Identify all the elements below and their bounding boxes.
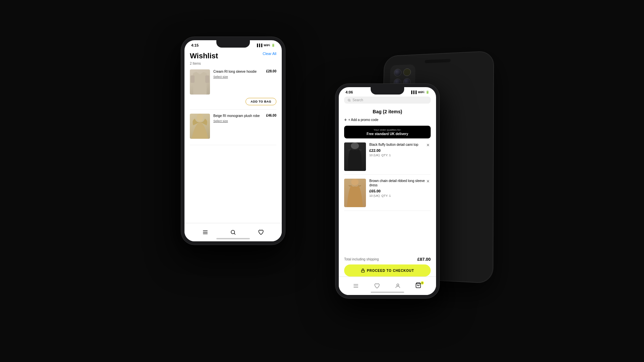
svg-rect-1	[191, 75, 195, 83]
svg-point-17	[397, 284, 399, 286]
signal-icon-bag: ▐▐▐	[410, 90, 417, 94]
bag-nav-icon[interactable]: 2	[415, 282, 423, 290]
delivery-banner: Your order qualifies for: Free standard …	[344, 126, 431, 138]
menu-icon	[202, 229, 208, 235]
wishlist-item-row-2: Beige RI monogram plush robe £46.00 Sele…	[190, 114, 276, 139]
item-price-row-1: Cream RI long sleeve hoodie £28.00	[213, 69, 276, 74]
bag-total-section: Total including shipping £87.00 PROCEED …	[344, 257, 431, 277]
wishlist-item-image-hoodie	[190, 69, 210, 95]
total-label: Total including shipping	[344, 257, 379, 261]
battery-icon-bag: 🔋	[426, 90, 429, 94]
total-amount: £87.00	[417, 257, 431, 262]
menu-nav-icon[interactable]	[202, 229, 209, 236]
clear-all-button[interactable]: Clear All	[263, 52, 276, 56]
cami-silhouette	[344, 142, 366, 171]
bag-item-1: Black fluffy button detail cami top £22.…	[344, 142, 431, 175]
add-to-bag-button-1[interactable]: ADD TO BAG	[246, 98, 276, 105]
bag-item-meta-1: 10 (UK) QTY: 1	[369, 154, 431, 157]
camera-lens-1	[394, 69, 401, 76]
delivery-text: Free standard UK delivery	[348, 132, 427, 136]
signal-icon: ▐▐▐	[256, 44, 262, 47]
svg-point-11	[351, 142, 359, 149]
svg-point-7	[231, 230, 235, 234]
total-row: Total including shipping £87.00	[344, 257, 431, 262]
bag-item-size-1: 10 (UK)	[369, 154, 380, 157]
person-icon-bag	[395, 283, 401, 289]
heart-icon-bag	[374, 283, 380, 289]
notch-bag	[371, 87, 404, 95]
phone-wishlist: 4:15 ▐▐▐ WiFi 🔋 Wishlist Clear All 2 Ite…	[181, 37, 285, 245]
remove-item-button-2[interactable]: ✕	[425, 179, 431, 184]
search-icon	[230, 229, 236, 235]
bag-item-details-2: Brown chain detail ribbed long sleeve dr…	[369, 179, 431, 207]
svg-point-9	[348, 99, 350, 101]
account-nav-icon-bag[interactable]	[394, 282, 401, 290]
item-price-row-2: Beige RI monogram plush robe £46.00	[213, 114, 276, 118]
status-icons-wishlist: ▐▐▐ WiFi 🔋	[256, 44, 275, 47]
time-wishlist: 4:15	[191, 43, 199, 47]
time-bag: 4:06	[345, 90, 353, 94]
scene: 4:15 ▐▐▐ WiFi 🔋 Wishlist Clear All 2 Ite…	[171, 30, 473, 332]
bag-item-name-1: Black fluffy button detail cami top	[369, 142, 431, 147]
wishlist-item-price-1: £28.00	[266, 69, 276, 73]
dress-silhouette	[344, 179, 366, 207]
wishlist-item-row-1: Cream RI long sleeve hoodie £28.00 Selec…	[190, 69, 276, 95]
svg-rect-13	[361, 270, 364, 273]
wishlist-select-size-1[interactable]: Select size	[213, 75, 276, 78]
camera-lens-flash	[403, 68, 411, 76]
hoodie-silhouette	[190, 69, 210, 95]
wishlist-items-count: 2 Items	[190, 62, 276, 65]
wishlist-item-2: Beige RI monogram plush robe £46.00 Sele…	[190, 114, 276, 145]
search-icon-bag	[347, 99, 351, 102]
svg-line-10	[350, 101, 351, 101]
bag-item-size-2: 10 (UK)	[369, 194, 380, 197]
svg-rect-0	[193, 76, 207, 95]
wishlist-nav-icon[interactable]	[257, 229, 265, 236]
checkout-label: PROCEED TO CHECKOUT	[367, 269, 414, 273]
wishlist-item-price-2: £46.00	[266, 114, 276, 117]
status-icons-bag: ▐▐▐ WiFi 🔋	[410, 90, 429, 94]
wishlist-item-1: Cream RI long sleeve hoodie £28.00 Selec…	[190, 69, 276, 110]
bag-header: Bag (2 items)	[344, 106, 431, 117]
wishlist-header: Wishlist Clear All	[190, 50, 276, 60]
promo-code-label: + Add a promo code	[348, 118, 378, 122]
bag-badge: 2	[421, 281, 424, 285]
search-placeholder: Search	[353, 98, 363, 102]
svg-point-12	[351, 179, 359, 185]
bag-item-name-2: Brown chain detail ribbed long sleeve dr…	[369, 179, 431, 187]
bag-item-price-2: £65.00	[369, 189, 431, 193]
bag-search-bar[interactable]: Search	[344, 97, 431, 104]
svg-point-3	[197, 114, 203, 122]
battery-icon: 🔋	[271, 44, 275, 47]
bag-title: Bag (2 items)	[344, 109, 431, 114]
home-indicator-bag	[371, 292, 404, 293]
bag-screen-content: Search Bag (2 items) + + Add a promo cod…	[339, 97, 436, 295]
bag-item-qty-2: QTY: 1	[381, 194, 391, 197]
wifi-icon-bag: WiFi	[418, 90, 424, 94]
checkout-button[interactable]: PROCEED TO CHECKOUT	[344, 264, 431, 277]
wishlist-item-image-robe	[190, 114, 210, 139]
bag-icon	[415, 282, 421, 288]
bag-item-image-dress	[344, 179, 366, 207]
heart-icon	[258, 229, 264, 235]
search-nav-icon[interactable]	[229, 229, 237, 236]
wifi-icon: WiFi	[264, 44, 270, 47]
bag-item-image-cami	[344, 142, 366, 171]
bag-item-qty-1: QTY: 1	[381, 154, 391, 157]
wishlist-screen-content: Wishlist Clear All 2 Items	[184, 50, 282, 241]
wishlist-item-details-2: Beige RI monogram plush robe £46.00 Sele…	[213, 114, 276, 139]
promo-plus-icon: +	[344, 117, 347, 122]
wishlist-select-size-2[interactable]: Select size	[213, 119, 276, 123]
wishlist-item-details-1: Cream RI long sleeve hoodie £28.00 Selec…	[213, 69, 276, 95]
bag-item-price-1: £22.00	[369, 148, 431, 153]
menu-icon-bag	[353, 283, 359, 289]
bag-item-details-1: Black fluffy button detail cami top £22.…	[369, 142, 431, 171]
svg-rect-2	[205, 75, 209, 83]
wishlist-title: Wishlist	[190, 52, 218, 60]
menu-nav-icon-bag[interactable]	[352, 282, 360, 290]
wishlist-nav-icon-bag[interactable]	[373, 282, 381, 290]
phone-bag: 4:06 ▐▐▐ WiFi 🔋 Search Bag (2 items)	[335, 84, 439, 298]
delivery-qualifies-text: Your order qualifies for:	[348, 128, 427, 131]
promo-code-row[interactable]: + + Add a promo code	[344, 117, 431, 122]
remove-item-button-1[interactable]: ✕	[425, 142, 431, 148]
